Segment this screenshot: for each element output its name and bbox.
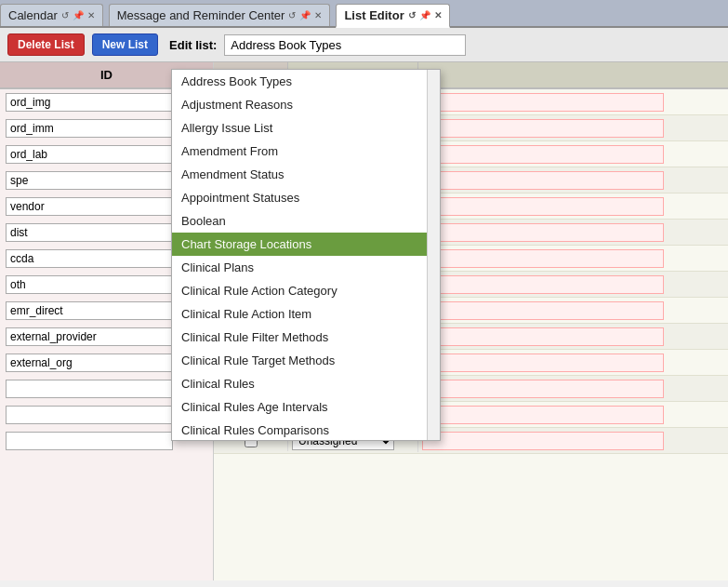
extra-input[interactable] [422,301,664,320]
dropdown-item[interactable]: Address Book Types [172,70,440,93]
edit-list-label: Edit list: [169,38,217,52]
dropdown-item[interactable]: Clinical Rule Action Item [172,302,440,326]
dropdown-item[interactable]: Amendment From [172,140,440,163]
id-input[interactable] [6,145,173,164]
tab-list-editor-close[interactable]: ✕ [434,10,442,20]
extra-cell [418,352,728,374]
extra-cell [418,378,728,400]
edit-list-select[interactable]: Address Book Types [224,34,466,56]
extra-cell [418,247,728,270]
tab-list-editor-pin[interactable]: 📌 [419,10,430,20]
id-input[interactable] [6,354,173,372]
tab-list-editor[interactable]: List Editor ↺ 📌 ✕ [336,4,449,28]
extra-cell [418,430,728,452]
message-tab-label: Message and Reminder Center [117,8,285,22]
new-list-button[interactable]: New List [92,33,158,56]
tab-calendar-pin[interactable]: 📌 [73,10,84,20]
extra-input[interactable] [422,380,664,398]
extra-cell [418,221,728,244]
extra-cell [418,326,728,348]
id-input[interactable] [6,93,173,112]
dropdown-item[interactable]: Boolean [172,209,440,233]
dropdown-item[interactable]: Clinical Rules Age Intervals [172,395,440,419]
extra-cell [418,169,728,192]
extra-input[interactable] [422,275,664,294]
toolbar: Delete List New List Edit list: Address … [0,28,728,62]
dropdown-item[interactable]: Adjustment Reasons [172,93,440,116]
extra-input[interactable] [422,119,664,138]
dropdown-item[interactable]: Allergy Issue List [172,116,440,140]
dropdown-item[interactable]: Clinical Rules Comparisons [172,419,440,441]
tab-calendar[interactable]: Calendar ↺ 📌 ✕ [0,4,103,26]
id-input[interactable] [6,223,173,242]
extra-input[interactable] [422,145,664,164]
tab-calendar-refresh[interactable]: ↺ [61,10,69,20]
extra-cell [418,117,728,140]
dropdown-item[interactable]: Chart Storage Locations [172,233,440,256]
dropdown-items-container: Address Book TypesAdjustment ReasonsAlle… [172,70,440,441]
id-input[interactable] [6,380,173,398]
extra-input[interactable] [422,223,664,242]
id-input[interactable] [6,171,173,190]
dropdown-item[interactable]: Clinical Rule Target Methods [172,349,440,372]
extra-input[interactable] [422,171,664,190]
extra-input[interactable] [422,327,664,346]
dropdown-item[interactable]: Clinical Plans [172,256,440,279]
tab-bar: Calendar ↺ 📌 ✕ Message and Reminder Cent… [0,0,728,28]
id-input[interactable] [6,275,173,294]
extra-input[interactable] [422,406,664,424]
dropdown-overlay: Address Book TypesAdjustment ReasonsAlle… [171,69,441,441]
dropdown-scrollbar[interactable] [427,70,440,440]
extra-input[interactable] [422,93,664,112]
dropdown-item[interactable]: Clinical Rule Filter Methods [172,326,440,349]
tab-calendar-close[interactable]: ✕ [87,10,95,20]
extra-cell [418,143,728,166]
extra-input[interactable] [422,432,664,450]
list-editor-tab-label: List Editor [344,8,404,22]
id-input[interactable] [6,432,173,450]
dropdown-item[interactable]: Clinical Rules [172,372,440,395]
edit-list-dropdown-container: Address Book Types [224,34,466,56]
extra-cell [418,404,728,426]
extra-cell [418,195,728,218]
tab-message-pin[interactable]: 📌 [299,10,311,20]
id-input[interactable] [6,301,173,320]
dropdown-item[interactable]: Clinical Rule Action Category [172,279,440,302]
dropdown-item[interactable]: Amendment Status [172,163,440,186]
extra-cell [418,91,728,113]
id-input[interactable] [6,249,173,268]
tab-message-refresh[interactable]: ↺ [288,10,296,20]
extra-cell [418,300,728,322]
extra-input[interactable] [422,354,664,372]
extra-cell [418,273,728,296]
main-content: Delete List New List Edit list: Address … [0,28,728,587]
tab-message-close[interactable]: ✕ [314,10,322,20]
dropdown-item[interactable]: Appointment Statuses [172,186,440,209]
extra-input[interactable] [422,249,664,268]
delete-list-button[interactable]: Delete List [7,33,85,56]
extra-input[interactable] [422,197,664,216]
id-input[interactable] [6,197,173,216]
tab-message-reminder[interactable]: Message and Reminder Center ↺ 📌 ✕ [109,4,331,26]
id-input[interactable] [6,327,173,346]
calendar-tab-label: Calendar [8,8,58,22]
id-input[interactable] [6,406,173,424]
tab-list-editor-refresh[interactable]: ↺ [408,10,416,20]
id-input[interactable] [6,119,173,138]
